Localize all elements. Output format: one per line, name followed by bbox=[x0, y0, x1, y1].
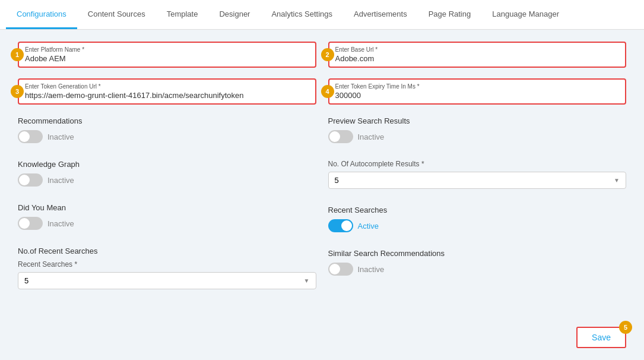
autocomplete-select-wrapper[interactable]: 5 10 15 20 ▼ bbox=[328, 172, 627, 189]
autocomplete-arrow-icon: ▼ bbox=[614, 177, 620, 184]
preview-search-label: Preview Search Results bbox=[328, 116, 627, 125]
knowledge-graph-toggle[interactable] bbox=[18, 173, 43, 187]
base-url-wrapper: Enter Base Url * bbox=[328, 42, 627, 68]
main-content: 1 Enter Platform Name * 2 Enter Base Url… bbox=[0, 30, 644, 360]
preview-search-row: Preview Search Results Inactive bbox=[328, 116, 627, 143]
form-row-1: 1 Enter Platform Name * 2 Enter Base Url… bbox=[18, 42, 626, 68]
section-left: Recommendations Inactive Knowledge Graph… bbox=[18, 116, 316, 295]
did-you-mean-toggle-group: Inactive bbox=[18, 217, 316, 230]
preview-search-status: Inactive bbox=[358, 132, 385, 141]
similar-search-status: Inactive bbox=[358, 265, 385, 274]
top-navigation: Configurations Content Sources Template … bbox=[0, 0, 644, 30]
did-you-mean-toggle[interactable] bbox=[18, 217, 43, 230]
platform-name-input[interactable] bbox=[25, 54, 309, 63]
recent-searches-sublabel: Recent Searches * bbox=[18, 260, 316, 269]
section-right: Preview Search Results Inactive No. Of A… bbox=[328, 116, 627, 295]
step-3-badge: 3 bbox=[11, 85, 24, 98]
token-url-wrapper: Enter Token Generation Url * bbox=[18, 78, 316, 105]
token-url-label: Enter Token Generation Url * bbox=[25, 83, 309, 90]
base-url-input[interactable] bbox=[335, 54, 620, 63]
knowledge-graph-toggle-group: Inactive bbox=[18, 173, 316, 187]
recent-searches-status: Active bbox=[358, 222, 379, 230]
recent-searches-arrow-icon: ▼ bbox=[304, 277, 310, 284]
recent-searches-toggle[interactable] bbox=[328, 219, 353, 232]
token-expiry-label: Enter Token Expiry Time In Ms * bbox=[335, 83, 620, 90]
nav-item-configurations[interactable]: Configurations bbox=[6, 0, 77, 29]
did-you-mean-label: Did You Mean bbox=[18, 203, 316, 212]
recent-searches-select-wrapper[interactable]: 5 10 15 20 ▼ bbox=[18, 272, 316, 289]
recent-searches-label: Recent Searches bbox=[328, 206, 627, 214]
nav-item-page-rating[interactable]: Page Rating bbox=[418, 0, 482, 29]
recent-searches-select[interactable]: 5 10 15 20 bbox=[24, 276, 304, 285]
autocomplete-label: No. Of Autocomplete Results * bbox=[328, 160, 627, 168]
knowledge-graph-status: Inactive bbox=[47, 176, 74, 185]
nav-item-language-manager[interactable]: Language Manager bbox=[481, 0, 570, 29]
step-2-badge: 2 bbox=[321, 48, 334, 61]
token-expiry-group: 4 Enter Token Expiry Time In Ms * bbox=[328, 78, 627, 105]
similar-search-row: Similar Search Recommendations Inactive bbox=[328, 249, 627, 276]
save-button-container: 5 Save bbox=[576, 327, 626, 348]
recommendations-toggle[interactable] bbox=[18, 130, 43, 143]
knowledge-graph-row: Knowledge Graph Inactive bbox=[18, 160, 316, 187]
did-you-mean-status: Inactive bbox=[47, 219, 74, 228]
preview-search-toggle-group: Inactive bbox=[328, 130, 627, 143]
recommendations-toggle-group: Inactive bbox=[18, 130, 316, 143]
no-recent-searches-row: No.of Recent Searches Recent Searches * … bbox=[18, 247, 316, 289]
step-5-badge: 5 bbox=[619, 321, 632, 334]
knowledge-graph-label: Knowledge Graph bbox=[18, 160, 316, 169]
recent-searches-row: Recent Searches Active bbox=[328, 206, 627, 232]
platform-name-wrapper: Enter Platform Name * bbox=[18, 42, 316, 68]
nav-item-analytics-settings[interactable]: Analytics Settings bbox=[261, 0, 343, 29]
no-recent-searches-title: No.of Recent Searches bbox=[18, 247, 316, 255]
similar-search-toggle[interactable] bbox=[328, 263, 353, 276]
recommendations-label: Recommendations bbox=[18, 116, 316, 125]
similar-search-label: Similar Search Recommendations bbox=[328, 249, 627, 258]
nav-item-content-sources[interactable]: Content Sources bbox=[77, 0, 156, 29]
platform-name-group: 1 Enter Platform Name * bbox=[18, 42, 316, 68]
token-expiry-input[interactable] bbox=[335, 91, 620, 100]
base-url-label: Enter Base Url * bbox=[335, 46, 620, 53]
token-url-group: 3 Enter Token Generation Url * bbox=[18, 78, 316, 105]
token-expiry-wrapper: Enter Token Expiry Time In Ms * bbox=[328, 78, 627, 105]
preview-search-toggle[interactable] bbox=[328, 130, 353, 143]
recommendations-status: Inactive bbox=[47, 132, 74, 141]
step-1-badge: 1 bbox=[11, 48, 24, 61]
token-url-input[interactable] bbox=[25, 91, 309, 100]
did-you-mean-row: Did You Mean Inactive bbox=[18, 203, 316, 230]
step-4-badge: 4 bbox=[321, 85, 334, 98]
platform-name-label: Enter Platform Name * bbox=[25, 46, 309, 53]
recommendations-row: Recommendations Inactive bbox=[18, 116, 316, 143]
nav-item-template[interactable]: Template bbox=[156, 0, 209, 29]
save-btn-wrapper: 5 Save bbox=[576, 327, 626, 348]
save-button[interactable]: Save bbox=[576, 327, 626, 348]
nav-item-designer[interactable]: Designer bbox=[208, 0, 261, 29]
recent-searches-toggle-group: Active bbox=[328, 219, 627, 232]
toggles-section: Recommendations Inactive Knowledge Graph… bbox=[18, 116, 626, 295]
autocomplete-select[interactable]: 5 10 15 20 bbox=[335, 176, 614, 185]
autocomplete-section: No. Of Autocomplete Results * 5 10 15 20… bbox=[328, 160, 627, 189]
form-row-2: 3 Enter Token Generation Url * 4 Enter T… bbox=[18, 78, 626, 105]
nav-item-advertisements[interactable]: Advertisements bbox=[343, 0, 418, 29]
base-url-group: 2 Enter Base Url * bbox=[328, 42, 627, 68]
similar-search-toggle-group: Inactive bbox=[328, 263, 627, 276]
